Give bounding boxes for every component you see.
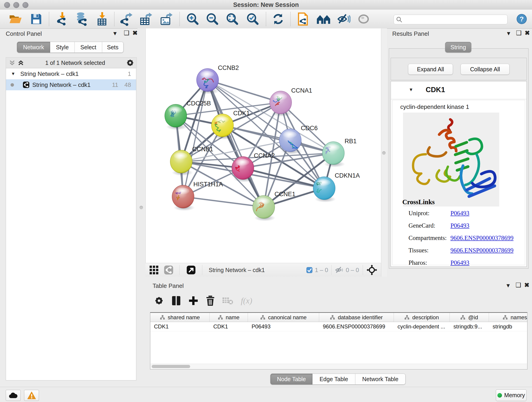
select-columns-icon[interactable]: [172, 296, 181, 306]
collapse-all-button[interactable]: Collapse All: [461, 64, 510, 75]
network-node[interactable]: HIST1H1A: [172, 181, 223, 211]
add-column-icon[interactable]: [189, 296, 198, 306]
network-row-selected[interactable]: String Network – cdk1 11 48: [6, 79, 136, 90]
crosslink-value[interactable]: 9606.ENSP00000378699: [450, 247, 513, 254]
column-header--id[interactable]: @id: [450, 313, 489, 322]
column-header-name[interactable]: name: [210, 313, 248, 322]
network-view-canvas[interactable]: CCNB2CCNA1CDC25BCDK1CDC6RB1CCNB1CCNA2CDK…: [146, 28, 381, 263]
network-options-gear-icon[interactable]: [126, 59, 134, 67]
network-edge[interactable]: [208, 80, 264, 207]
refresh-icon: [272, 12, 285, 26]
show-graphics-details-button[interactable]: [356, 12, 371, 26]
table-cell[interactable]: cyclin-dependent ...: [394, 322, 450, 331]
tab-network[interactable]: Network: [17, 42, 50, 53]
table-row[interactable]: CDK1CDK1P064939606.ENSP00000378699cyclin…: [150, 322, 527, 332]
scrollbar-thumb[interactable]: [152, 365, 190, 368]
tab-network-table[interactable]: Network Table: [355, 374, 405, 385]
network-node[interactable]: CCNB2: [196, 64, 239, 94]
table-cell[interactable]: P06493: [248, 322, 319, 331]
expand-all-button[interactable]: Expand All: [408, 64, 453, 75]
export-table-button[interactable]: [138, 12, 153, 26]
column-header-canonical-name[interactable]: canonical name: [248, 313, 319, 322]
import-network-button[interactable]: [55, 12, 70, 26]
right-splitter[interactable]: [381, 28, 387, 277]
network-collection-row[interactable]: ▼ String Network – cdk1 1: [6, 68, 136, 79]
table-horizontal-scrollbar[interactable]: [151, 364, 527, 369]
zoom-selected-button[interactable]: [245, 12, 260, 26]
table-settings-gear-icon[interactable]: [154, 296, 164, 306]
table-cell[interactable]: CDK1: [150, 322, 210, 331]
column-type-icon: [160, 315, 165, 320]
network-edge[interactable]: [183, 197, 264, 207]
tab-style[interactable]: Style: [50, 42, 75, 53]
table-cell[interactable]: stringdb:9...: [450, 322, 489, 331]
search-input[interactable]: [404, 16, 505, 23]
hidden-count: 0 – 0: [346, 267, 359, 274]
open-external-icon[interactable]: [186, 265, 196, 274]
tab-sets[interactable]: Sets: [102, 42, 123, 53]
column-header-namespace[interactable]: namespace: [489, 313, 527, 322]
import-network-from-database-button[interactable]: [74, 12, 89, 26]
crosslink-value[interactable]: 9606.ENSP00000378699: [450, 235, 513, 242]
column-header-shared-name[interactable]: shared name: [150, 313, 210, 322]
import-table-button[interactable]: [95, 12, 109, 26]
hide-graphics-details-button[interactable]: [336, 12, 351, 26]
save-session-button[interactable]: [29, 12, 44, 26]
results-panel-collapse-icon[interactable]: ▼: [506, 31, 511, 36]
zoom-in-button[interactable]: [185, 12, 200, 26]
results-panel-float-icon[interactable]: ❑: [516, 30, 521, 36]
table-panel-collapse-icon[interactable]: ▼: [505, 283, 511, 288]
tab-string[interactable]: String: [445, 42, 471, 52]
delete-column-trash-icon[interactable]: [206, 296, 215, 306]
table-cell[interactable]: CDK1: [210, 322, 248, 331]
control-panel-close-icon[interactable]: ✖: [133, 30, 138, 36]
crosslink-value[interactable]: P06493: [450, 222, 469, 229]
home-button[interactable]: [316, 12, 331, 26]
expand-all-networks-icon[interactable]: [17, 59, 24, 66]
warnings-button[interactable]: [24, 390, 39, 401]
network-node[interactable]: CCNA1: [270, 87, 312, 117]
network-node[interactable]: RB1: [322, 138, 357, 167]
refresh-layout-button[interactable]: [271, 12, 285, 26]
table-panel-close-icon[interactable]: ✖: [524, 282, 530, 288]
table-cell[interactable]: 9606.ENSP00000378699: [319, 322, 394, 331]
cloud-button[interactable]: [6, 390, 21, 401]
network-node[interactable]: CDC6: [279, 125, 318, 154]
node-table[interactable]: shared namenamecanonical namedatabase id…: [150, 312, 527, 370]
network-from-file-button[interactable]: [296, 12, 310, 26]
table-panel-float-icon[interactable]: ❑: [515, 282, 521, 288]
column-header-database-identifier[interactable]: database identifier: [319, 313, 394, 322]
fit-selected-crosshair-icon[interactable]: [367, 265, 377, 275]
export-image-button[interactable]: [159, 12, 173, 26]
table-cell[interactable]: stringdb: [489, 322, 527, 331]
zoom-fit-button[interactable]: [225, 12, 240, 26]
selected-checkbox-icon[interactable]: [306, 267, 312, 273]
birds-eye-view-icon[interactable]: [149, 265, 159, 275]
cloud-icon: [9, 392, 18, 399]
help-button[interactable]: ?: [514, 12, 529, 26]
tab-edge-table[interactable]: Edge Table: [312, 374, 355, 385]
collapse-all-networks-icon[interactable]: [9, 59, 16, 66]
node-label: CDKN1A: [335, 172, 360, 179]
memory-button[interactable]: Memory: [496, 389, 526, 401]
right-splitter-grip[interactable]: [382, 151, 386, 155]
collection-expand-icon[interactable]: ▼: [11, 71, 15, 76]
left-splitter[interactable]: [138, 28, 146, 277]
zoom-out-button[interactable]: [205, 12, 220, 26]
gene-collapse-icon[interactable]: ▼: [409, 87, 413, 92]
left-splitter-grip[interactable]: [139, 206, 143, 209]
crosslink-value[interactable]: P06493: [450, 259, 469, 266]
export-network-button[interactable]: [119, 12, 133, 26]
results-panel-close-icon[interactable]: ✖: [525, 30, 530, 36]
tab-node-table[interactable]: Node Table: [270, 374, 312, 385]
crosslink-value[interactable]: P06493: [450, 210, 469, 217]
network-node[interactable]: CDKN1A: [313, 172, 360, 202]
column-header-description[interactable]: description: [394, 313, 450, 322]
tab-select[interactable]: Select: [75, 42, 102, 53]
open-session-button[interactable]: [8, 12, 23, 26]
search-field[interactable]: [394, 15, 507, 24]
control-panel-collapse-icon[interactable]: ▼: [112, 31, 118, 36]
gene-header-row[interactable]: ▼ CDK1: [391, 82, 526, 99]
control-panel-float-icon[interactable]: ❑: [124, 30, 129, 36]
network-share-icon-gray[interactable]: [164, 265, 173, 275]
